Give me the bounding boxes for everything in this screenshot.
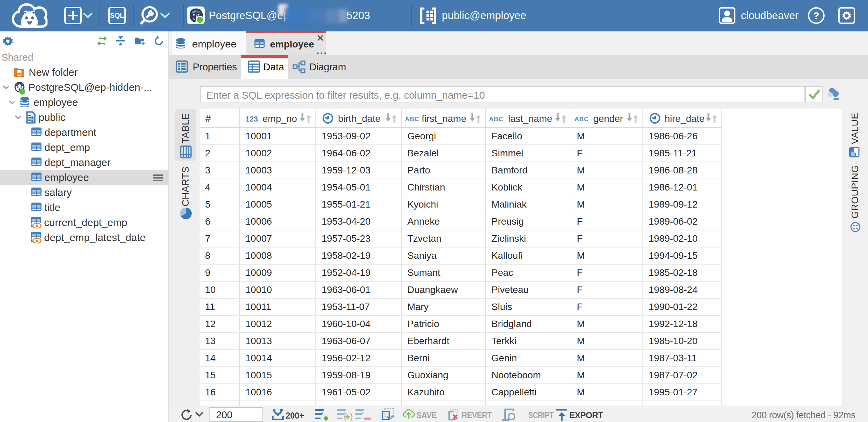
- svg-text:): ): [350, 411, 353, 421]
